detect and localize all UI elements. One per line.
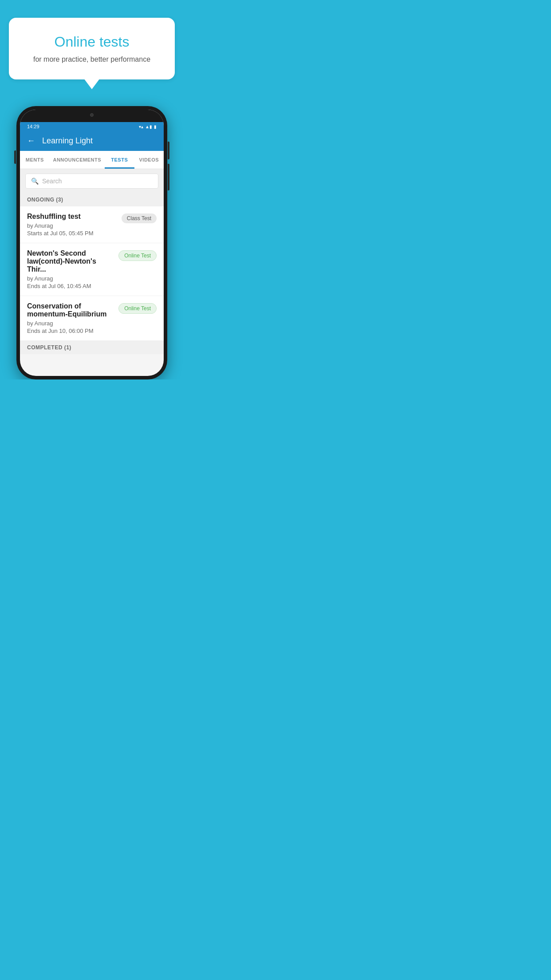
test-time-2: Ends at Jul 06, 10:45 AM [27,283,115,289]
test-by-2: by Anurag [27,275,115,282]
list-item[interactable]: Newton's Second law(contd)-Newton's Thir… [20,243,164,296]
bubble-subtitle: for more practice, better performance [22,55,161,63]
battery-icon: ▮ [154,124,157,129]
tab-videos[interactable]: VIDEOS [134,151,164,169]
back-button[interactable]: ← [27,136,35,146]
app-bar-title: Learning Light [42,136,93,146]
power-button-bottom [168,164,169,190]
search-bar[interactable]: 🔍 Search [25,174,158,189]
ongoing-section-header: ONGOING (3) [20,193,164,206]
power-button-top [168,142,169,159]
signal-icon: ▲▮ [145,124,152,129]
test-title-3: Conservation of momentum-Equilibrium [27,302,115,318]
tab-announcements[interactable]: ANNOUNCEMENTS [49,151,105,169]
camera-dot [90,113,94,117]
speech-bubble: Online tests for more practice, better p… [9,18,175,79]
tabs-container: MENTS ANNOUNCEMENTS TESTS VIDEOS [20,151,164,169]
phone-outer: 14:29 ▾▴ ▲▮ ▮ ← Learning Light MENTS ANN… [16,106,167,379]
search-input[interactable]: Search [42,178,62,185]
hero-section: Online tests for more practice, better p… [0,0,184,79]
notch-cutout [74,110,110,120]
phone-screen: 14:29 ▾▴ ▲▮ ▮ ← Learning Light MENTS ANN… [20,110,164,376]
volume-button [14,150,16,164]
test-content-3: Conservation of momentum-Equilibrium by … [27,302,115,334]
app-bar: ← Learning Light [20,131,164,151]
list-item[interactable]: Reshuffling test by Anurag Starts at Jul… [20,206,164,243]
list-item[interactable]: Conservation of momentum-Equilibrium by … [20,296,164,341]
search-icon: 🔍 [31,178,39,185]
status-bar: 14:29 ▾▴ ▲▮ ▮ [20,122,164,131]
tab-tests[interactable]: TESTS [105,151,134,169]
phone-mockup: 14:29 ▾▴ ▲▮ ▮ ← Learning Light MENTS ANN… [16,106,167,379]
status-icons: ▾▴ ▲▮ ▮ [139,124,157,129]
test-title-1: Reshuffling test [27,213,118,221]
test-badge-3: Online Test [118,303,157,314]
test-by-1: by Anurag [27,222,118,229]
test-list: Reshuffling test by Anurag Starts at Jul… [20,206,164,341]
tab-assignments[interactable]: MENTS [20,151,49,169]
wifi-icon: ▾▴ [139,124,143,129]
test-by-3: by Anurag [27,320,115,327]
phone-notch [20,110,164,122]
test-content-2: Newton's Second law(contd)-Newton's Thir… [27,249,115,289]
search-container: 🔍 Search [20,169,164,193]
test-content-1: Reshuffling test by Anurag Starts at Jul… [27,213,118,237]
test-badge-1: Class Test [122,213,157,223]
test-time-1: Starts at Jul 05, 05:45 PM [27,230,118,237]
time-display: 14:29 [27,124,39,129]
test-badge-2: Online Test [118,250,157,261]
completed-section-header: COMPLETED (1) [20,341,164,354]
bubble-title: Online tests [22,34,161,50]
test-title-2: Newton's Second law(contd)-Newton's Thir… [27,249,115,273]
test-time-3: Ends at Jun 10, 06:00 PM [27,328,115,334]
